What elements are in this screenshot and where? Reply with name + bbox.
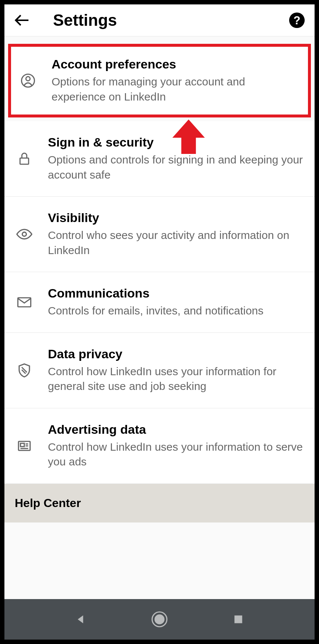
item-desc: Control how LinkedIn uses your informati… bbox=[48, 364, 304, 394]
nav-recent-button[interactable] bbox=[229, 610, 247, 628]
square-recent-icon bbox=[233, 614, 243, 624]
help-center-section[interactable]: Help Center bbox=[4, 484, 315, 522]
screen: Settings ? bbox=[4, 4, 315, 640]
item-title: Data privacy bbox=[48, 347, 304, 361]
item-text: Visibility Control who sees your activit… bbox=[48, 211, 304, 258]
settings-item-sign-in-security[interactable]: Sign in & security Options and controls … bbox=[4, 121, 315, 197]
mail-icon bbox=[15, 293, 33, 311]
svg-rect-5 bbox=[20, 158, 28, 164]
triangle-back-icon bbox=[75, 613, 87, 625]
item-text: Communications Controls for emails, invi… bbox=[48, 286, 304, 319]
circle-home-icon bbox=[151, 609, 168, 629]
svg-point-6 bbox=[22, 232, 27, 236]
item-desc: Controls for emails, invites, and notifi… bbox=[48, 303, 304, 319]
help-center-title: Help Center bbox=[15, 496, 304, 510]
nav-back-button[interactable] bbox=[72, 610, 90, 628]
shield-icon bbox=[15, 362, 33, 379]
page-title: Settings bbox=[53, 11, 288, 29]
arrow-left-icon bbox=[14, 12, 31, 29]
highlight-wrap: Account preferences Options for managing… bbox=[4, 44, 315, 117]
item-desc: Control who sees your activity and infor… bbox=[48, 228, 304, 258]
svg-text:?: ? bbox=[294, 14, 301, 27]
item-title: Account preferences bbox=[52, 57, 300, 71]
settings-item-visibility[interactable]: Visibility Control who sees your activit… bbox=[4, 197, 315, 272]
svg-rect-11 bbox=[21, 443, 25, 447]
header: Settings ? bbox=[4, 4, 315, 36]
eye-icon bbox=[15, 225, 33, 243]
item-text: Account preferences Options for managing… bbox=[52, 57, 300, 104]
svg-point-4 bbox=[26, 77, 30, 81]
settings-content: Account preferences Options for managing… bbox=[4, 36, 315, 599]
item-text: Data privacy Control how LinkedIn uses y… bbox=[48, 347, 304, 394]
annotation-arrow-icon bbox=[168, 117, 209, 158]
settings-item-communications[interactable]: Communications Controls for emails, invi… bbox=[4, 272, 315, 333]
item-text: Advertising data Control how LinkedIn us… bbox=[48, 422, 304, 469]
item-title: Advertising data bbox=[48, 422, 304, 437]
android-nav-bar bbox=[4, 599, 315, 640]
device-frame: Settings ? bbox=[0, 0, 319, 644]
newspaper-icon bbox=[15, 437, 33, 455]
item-desc: Options for managing your account and ex… bbox=[52, 74, 300, 104]
help-icon: ? bbox=[288, 12, 305, 29]
settings-item-advertising-data[interactable]: Advertising data Control how LinkedIn us… bbox=[4, 408, 315, 484]
settings-item-account-preferences[interactable]: Account preferences Options for managing… bbox=[8, 44, 311, 117]
svg-rect-17 bbox=[235, 616, 242, 623]
item-title: Communications bbox=[48, 286, 304, 300]
person-icon bbox=[19, 72, 37, 89]
svg-point-16 bbox=[155, 615, 164, 624]
nav-home-button[interactable] bbox=[151, 610, 168, 628]
item-desc: Control how LinkedIn uses your informati… bbox=[48, 440, 304, 469]
settings-item-data-privacy[interactable]: Data privacy Control how LinkedIn uses y… bbox=[4, 333, 315, 408]
item-title: Visibility bbox=[48, 211, 304, 225]
help-button[interactable]: ? bbox=[288, 11, 306, 29]
lock-icon bbox=[15, 150, 33, 168]
back-button[interactable] bbox=[13, 11, 31, 29]
